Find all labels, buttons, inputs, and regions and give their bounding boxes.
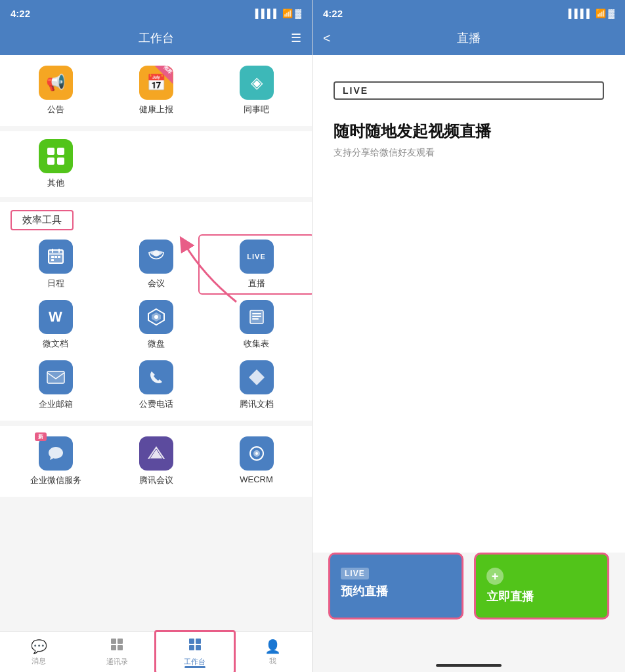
txdocs-label: 腾讯文档 — [240, 398, 274, 410]
nav-me[interactable]: 👤 我 — [234, 632, 312, 672]
svg-rect-19 — [252, 313, 261, 314]
schedule-icon — [39, 240, 73, 274]
txmeeting-label: 腾讯会议 — [139, 474, 173, 486]
grid-item-wxservice[interactable]: 新 企业微信服务 — [5, 436, 106, 486]
live-badge: LIVE — [334, 81, 604, 100]
svg-rect-20 — [252, 316, 261, 317]
me-icon: 👤 — [265, 639, 281, 654]
wxservice-icon: 新 — [39, 436, 73, 471]
txdocs-icon — [240, 360, 274, 394]
schedule-svg — [47, 247, 65, 266]
grid-item-wecrm[interactable]: WECRM — [206, 436, 307, 486]
txmeeting-svg — [146, 444, 166, 463]
grid-item-colleagues[interactable]: ◈ 同事吧 — [206, 66, 307, 116]
email-label: 企业邮箱 — [39, 398, 73, 410]
grid-item-live[interactable]: LIVE 直播 — [206, 240, 307, 289]
other-grid: 其他 — [5, 139, 307, 189]
wdocs-letter: W — [49, 308, 62, 326]
back-button[interactable]: < — [323, 31, 331, 46]
live-highlight-border — [198, 234, 312, 295]
grid-item-wdisk[interactable]: 微盘 — [106, 300, 206, 350]
svg-rect-32 — [111, 645, 116, 650]
svg-rect-31 — [118, 639, 123, 644]
left-header-title: 工作台 — [139, 30, 174, 46]
meeting-svg — [146, 248, 166, 265]
grid-item-txdocs[interactable]: 腾讯文档 — [206, 360, 307, 410]
bottom-grid: 新 企业微信服务 腾讯会议 — [5, 436, 307, 486]
right-header: < 直播 — [312, 24, 625, 55]
home-bar — [436, 664, 502, 667]
svg-marker-24 — [249, 369, 265, 385]
svg-rect-2 — [47, 158, 54, 165]
forms-svg — [248, 308, 266, 326]
left-time: 4:22 — [11, 8, 30, 19]
svg-rect-0 — [47, 148, 54, 155]
grid-item-announcement[interactable]: 📢 公告 — [5, 66, 106, 116]
health-icon: 📅 推荐 — [139, 66, 173, 100]
grid-item-email[interactable]: 企业邮箱 — [5, 360, 106, 410]
schedule-btn-label: 预约直播 — [341, 583, 388, 599]
efficiency-label-box: 效率工具 — [11, 210, 74, 230]
wecrm-label: WECRM — [240, 474, 273, 484]
settings-icon[interactable]: ☰ — [291, 31, 301, 45]
messages-label: 消息 — [32, 656, 46, 666]
meeting-label: 会议 — [148, 278, 165, 289]
other-section: 其他 — [0, 131, 312, 197]
left-header: 工作台 ☰ — [0, 24, 312, 55]
colleagues-label: 同事吧 — [244, 104, 269, 116]
grid-item-health[interactable]: 📅 推荐 健康上报 — [106, 66, 206, 116]
grid-item-meeting[interactable]: 会议 — [106, 240, 206, 289]
right-status-bar: 4:22 ▌▌▌▌ 📶 ▓ — [312, 0, 625, 24]
messages-icon: 💬 — [31, 639, 47, 654]
left-phone: 4:22 ▌▌▌▌ 📶 ▓ 工作台 ☰ 📢 公告 📅 推 — [0, 0, 312, 672]
right-subtitle: 支持分享给微信好友观看 — [334, 147, 604, 159]
svg-rect-11 — [58, 256, 60, 258]
wdisk-label: 微盘 — [148, 338, 165, 350]
grid-item-forms[interactable]: 收集表 — [206, 300, 307, 350]
top-section: 📢 公告 📅 推荐 健康上报 ◈ 同事吧 — [0, 55, 312, 126]
grid-item-other[interactable]: 其他 — [5, 139, 106, 189]
grid-item-wdocs[interactable]: W 微文档 — [5, 300, 106, 350]
colleagues-icon: ◈ — [240, 66, 274, 100]
other-label: 其他 — [47, 177, 64, 189]
left-status-icons: ▌▌▌▌ 📶 ▓ — [255, 9, 301, 18]
me-label: 我 — [269, 656, 276, 666]
right-header-title: 直播 — [457, 30, 481, 46]
efficiency-label: 效率工具 — [22, 214, 62, 225]
svg-rect-1 — [57, 148, 64, 155]
efficiency-section: 效率工具 — [0, 202, 312, 421]
action-buttons: LIVE 预约直播 + 立即直播 — [312, 553, 625, 659]
nav-workspace[interactable]: 工作台 — [156, 632, 234, 672]
svg-point-13 — [153, 250, 160, 257]
contacts-svg — [110, 637, 124, 652]
grid-item-schedule[interactable]: 日程 — [5, 240, 106, 289]
svg-rect-22 — [47, 371, 64, 383]
nav-messages[interactable]: 💬 消息 — [0, 632, 78, 672]
grid-item-phone[interactable]: 公费电话 — [106, 360, 206, 410]
schedule-live-button[interactable]: LIVE 预约直播 — [328, 553, 463, 620]
live-now-button[interactable]: + 立即直播 — [474, 553, 609, 620]
bottom-nav: 💬 消息 通讯录 — [0, 631, 312, 672]
grid-item-txmeeting[interactable]: 腾讯会议 — [106, 436, 206, 486]
nav-contacts[interactable]: 通讯录 — [78, 632, 156, 672]
schedule-btn-icon: LIVE — [341, 568, 369, 579]
svg-rect-9 — [51, 256, 54, 258]
meeting-icon — [139, 240, 173, 274]
svg-rect-30 — [111, 639, 116, 644]
email-icon — [39, 360, 73, 394]
svg-rect-33 — [118, 645, 123, 650]
right-time: 4:22 — [323, 8, 343, 19]
active-nav-indicator — [184, 666, 205, 668]
wxservice-badge: 新 — [35, 432, 47, 441]
left-status-bar: 4:22 ▌▌▌▌ 📶 ▓ — [0, 0, 312, 24]
right-content: LIVE 随时随地发起视频直播 支持分享给微信好友观看 — [312, 55, 625, 553]
announcement-label: 公告 — [47, 104, 64, 116]
svg-point-29 — [255, 452, 258, 455]
wecrm-icon — [240, 436, 274, 471]
wdocs-icon: W — [39, 300, 73, 334]
right-signal-icon: ▌▌▌▌ — [569, 9, 593, 18]
battery-icon: ▓ — [295, 9, 301, 18]
wxservice-svg — [47, 444, 65, 463]
wecrm-svg — [247, 444, 267, 463]
svg-marker-25 — [148, 446, 165, 459]
